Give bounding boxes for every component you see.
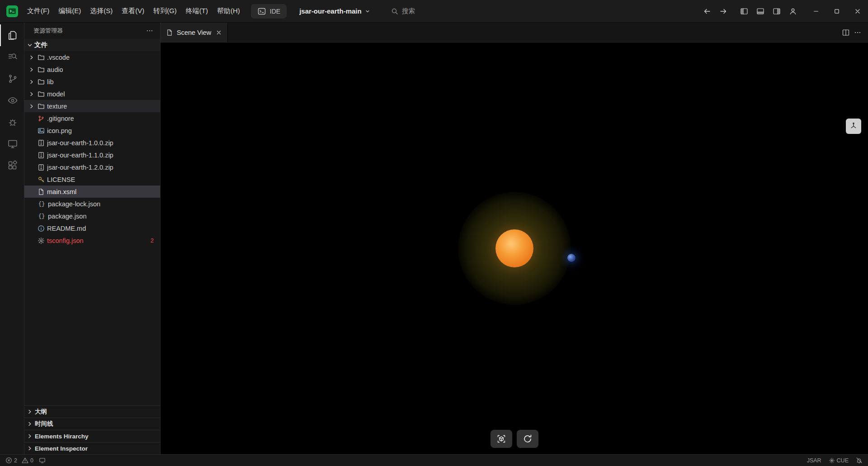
jsar-status[interactable]: JSAR (807, 457, 821, 464)
ar-capture-icon (496, 433, 507, 444)
eye-icon (7, 95, 18, 106)
menu-selection[interactable]: 选择(S) (85, 5, 117, 18)
chevron-right-icon (26, 433, 33, 440)
close-window-button[interactable] (847, 0, 868, 23)
activitybar-screen[interactable] (0, 133, 24, 155)
file-row[interactable]: tsconfig.json2 (24, 234, 160, 247)
menu-file[interactable]: 文件(F) (23, 5, 54, 18)
toggle-secondary-sidebar-button[interactable] (769, 3, 785, 19)
menu-goto[interactable]: 转到(G) (149, 5, 181, 18)
cue-label: CUE (837, 457, 849, 464)
layout-panel-icon (756, 7, 764, 15)
braces-icon: {} (38, 201, 46, 207)
activitybar-source-control[interactable] (0, 68, 24, 90)
file-row[interactable]: LICENSE (24, 173, 160, 185)
activitybar-debug[interactable] (0, 111, 24, 133)
sun-object[interactable] (495, 229, 533, 267)
titlebar-right (699, 0, 868, 22)
split-editor-icon[interactable] (842, 29, 850, 37)
chevron-right-icon (28, 90, 35, 98)
maximize-icon (834, 9, 840, 14)
chevron-right-icon (26, 420, 33, 428)
earth-object[interactable] (567, 254, 576, 262)
more-actions-icon[interactable] (146, 27, 154, 35)
menu-view[interactable]: 查看(V) (117, 5, 149, 18)
notifications-muted-icon[interactable] (856, 457, 863, 464)
menu-help[interactable]: 帮助(H) (212, 5, 245, 18)
axes-gizmo-button[interactable] (846, 119, 861, 134)
file-row[interactable]: jsar-our-earth-1.1.0.zip (24, 149, 160, 161)
sidebar-panel-elements-hierarchy[interactable]: Elements Hirarchy (24, 430, 160, 442)
error-icon (5, 457, 12, 464)
scene-viewport[interactable] (160, 43, 868, 454)
menu-terminal[interactable]: 终端(T) (181, 5, 212, 18)
close-icon (855, 9, 860, 14)
file-row[interactable]: .gitignore (24, 112, 160, 124)
braces-icon: {} (38, 213, 46, 219)
file-label: LICENSE (47, 176, 75, 183)
activitybar-explorer[interactable] (0, 24, 24, 46)
problems-indicator[interactable]: 2 0 (5, 457, 33, 464)
ports-monitor-icon[interactable] (39, 457, 46, 464)
file-row[interactable]: lib (24, 76, 160, 88)
file-row[interactable]: icon.png (24, 124, 160, 137)
terminal-icon (257, 7, 266, 16)
search-list-icon (7, 52, 18, 62)
files-section-header[interactable]: 文件 (24, 39, 160, 51)
sidebar-title: 资源管理器 (33, 27, 146, 35)
file-row[interactable]: README.md (24, 222, 160, 234)
chevron-right-icon (28, 103, 35, 110)
tab-close-icon[interactable] (216, 29, 222, 36)
toggle-sidebar-button[interactable] (736, 3, 752, 19)
activitybar-preview[interactable] (0, 90, 24, 111)
maximize-button[interactable] (826, 0, 847, 23)
menu-edit[interactable]: 编辑(E) (54, 5, 85, 18)
ide-mode-button[interactable]: IDE (251, 4, 287, 19)
files-section-label: 文件 (34, 41, 47, 49)
tab-scene-view[interactable]: Scene View (160, 23, 228, 42)
more-editor-actions-icon[interactable] (854, 29, 862, 37)
file-label: package.json (48, 213, 86, 220)
scene-controls (491, 430, 538, 448)
sidebar-panel-timeline[interactable]: 时间线 (24, 418, 160, 430)
file-label: tsconfig.json (47, 237, 84, 244)
file-label: main.xsml (47, 188, 76, 195)
refresh-scene-button[interactable] (517, 430, 538, 448)
file-row[interactable]: {}package.json (24, 210, 160, 222)
project-picker[interactable]: jsar-our-earth-main (299, 7, 370, 15)
file-row[interactable]: {}package-lock.json (24, 198, 160, 210)
activitybar-extensions[interactable] (0, 155, 24, 176)
folder-icon (38, 103, 45, 110)
file-row[interactable]: .vscode (24, 51, 160, 63)
account-button[interactable] (785, 3, 801, 19)
file-row[interactable]: model (24, 88, 160, 100)
toggle-panel-button[interactable] (752, 3, 769, 19)
axes-gizmo-icon (849, 122, 858, 131)
file-label: texture (47, 103, 67, 110)
ar-capture-button[interactable] (491, 430, 512, 448)
file-row[interactable]: audio (24, 63, 160, 76)
file-label: lib (47, 78, 54, 86)
tab-label: Scene View (177, 29, 211, 36)
search-button[interactable]: 搜索 (391, 7, 415, 15)
files-icon (7, 30, 18, 41)
sidebar-panel-outline[interactable]: 大纲 (24, 405, 160, 418)
refresh-icon (523, 434, 533, 444)
file-row[interactable]: jsar-our-earth-1.0.0.zip (24, 137, 160, 149)
minimize-icon (813, 9, 819, 14)
activitybar-search[interactable] (0, 46, 24, 68)
chevron-right-icon (28, 66, 35, 73)
cue-status[interactable]: CUE (829, 457, 849, 464)
chevron-down-icon (365, 9, 370, 14)
minimize-button[interactable] (806, 0, 826, 23)
navigate-back-button[interactable] (699, 3, 715, 19)
file-label: .vscode (47, 54, 70, 61)
file-row[interactable]: texture (24, 100, 160, 112)
sidebar-panel-element-inspector[interactable]: Element Inspector (24, 442, 160, 454)
file-row[interactable]: jsar-our-earth-1.2.0.zip (24, 161, 160, 173)
activity-bar (0, 23, 24, 454)
file-row[interactable]: main.xsml (24, 185, 160, 198)
account-icon (789, 7, 797, 15)
navigate-forward-button[interactable] (715, 3, 731, 19)
menubar: 文件(F)编辑(E)选择(S)查看(V)转到(G)终端(T)帮助(H) (23, 5, 245, 18)
